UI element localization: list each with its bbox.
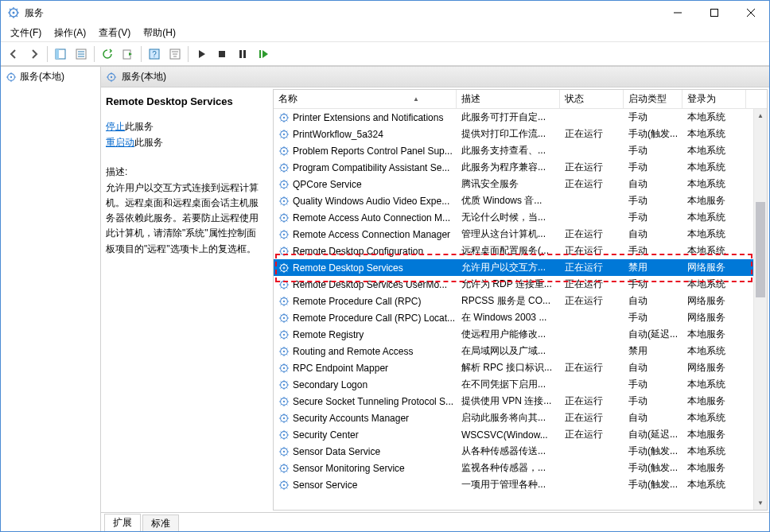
- service-startup: 自动: [624, 411, 682, 425]
- vertical-scrollbar[interactable]: ▲ ▼: [753, 109, 767, 510]
- service-row[interactable]: Routing and Remote Access在局域网以及广域...禁用本地…: [274, 343, 767, 359]
- service-row[interactable]: Remote Procedure Call (RPC) Locat...在 Wi…: [274, 309, 767, 326]
- column-logon-as[interactable]: 登录为: [682, 90, 746, 108]
- service-name: Security Accounts Manager: [293, 413, 409, 424]
- stop-suffix: 此服务: [125, 121, 154, 132]
- service-name: Printer Extensions and Notifications: [293, 112, 443, 123]
- service-name-cell: Sensor Service: [274, 480, 457, 491]
- service-row[interactable]: Sensor Data Service从各种传感器传送...手动(触发...本地…: [274, 443, 767, 460]
- service-name-cell: QPCore Service: [274, 179, 457, 190]
- service-logon: 本地系统: [682, 227, 746, 241]
- stop-service-button[interactable]: [212, 45, 231, 64]
- description-label: 描述:: [106, 165, 265, 179]
- menu-file[interactable]: 文件(F): [4, 25, 48, 41]
- restart-service-button[interactable]: [254, 45, 273, 64]
- services-icon: [6, 72, 17, 83]
- forward-button[interactable]: [25, 45, 44, 64]
- pause-service-button[interactable]: [233, 45, 252, 64]
- back-button[interactable]: [4, 45, 23, 64]
- service-status: 正在运行: [560, 294, 624, 308]
- service-desc: 在不同凭据下启用...: [457, 378, 560, 391]
- column-name[interactable]: 名称▲: [274, 90, 457, 108]
- app-icon: [7, 6, 20, 19]
- service-row[interactable]: Problem Reports Control Panel Sup...此服务支…: [274, 142, 767, 159]
- svg-point-23: [283, 150, 285, 151]
- tree-pane[interactable]: 服务(本地): [1, 67, 101, 531]
- svg-rect-13: [259, 50, 261, 58]
- service-desc: 一项用于管理各种...: [457, 478, 560, 491]
- description-text: 允许用户以交互方式连接到远程计算机。远程桌面和远程桌面会话主机服务器依赖此服务。…: [106, 181, 265, 257]
- show-hide-tree-button[interactable]: [51, 45, 70, 64]
- service-row[interactable]: Secure Socket Tunneling Protocol S...提供使…: [274, 393, 767, 410]
- service-row[interactable]: PrintWorkflow_5a324提供对打印工作流...正在运行手动(触发.…: [274, 126, 767, 142]
- service-startup: 手动(触发...: [624, 461, 682, 475]
- svg-point-43: [283, 316, 285, 318]
- service-desc: 解析 RPC 接口标识...: [457, 361, 560, 375]
- list-body[interactable]: Printer Extensions and Notifications此服务可…: [274, 109, 767, 510]
- service-row[interactable]: Security CenterWSCSVC(Window...正在运行自动(延迟…: [274, 426, 767, 443]
- service-name: RPC Endpoint Mapper: [293, 363, 388, 374]
- filter-button[interactable]: [165, 45, 185, 64]
- service-desc: 提供对打印工作流...: [457, 127, 560, 141]
- start-service-button[interactable]: [192, 45, 211, 64]
- export-button[interactable]: [119, 45, 138, 64]
- service-name-cell: Remote Desktop Services: [274, 262, 457, 274]
- service-row[interactable]: QPCore Service腾讯安全服务正在运行自动本地系统: [274, 176, 767, 192]
- restart-service-link[interactable]: 重启动: [106, 137, 134, 148]
- service-row[interactable]: Quality Windows Audio Video Expe...优质 Wi…: [274, 192, 767, 209]
- service-row[interactable]: Remote Access Auto Connection M...无论什么时候…: [274, 209, 767, 226]
- service-row[interactable]: Program Compatibility Assistant Se...此服务…: [274, 159, 767, 176]
- scroll-down-button[interactable]: ▼: [754, 496, 767, 510]
- service-row[interactable]: Security Accounts Manager启动此服务将向其...正在运行…: [274, 410, 767, 426]
- refresh-button[interactable]: [98, 45, 117, 64]
- service-name: QPCore Service: [293, 179, 362, 190]
- tab-extended[interactable]: 扩展: [104, 514, 141, 531]
- service-name: Remote Desktop Services UserMo...: [293, 279, 447, 290]
- titlebar[interactable]: 服务: [1, 1, 769, 25]
- maximize-button[interactable]: [696, 1, 733, 25]
- service-name: Remote Access Connection Manager: [293, 229, 450, 240]
- service-row[interactable]: Secondary Logon在不同凭据下启用...手动本地系统: [274, 376, 767, 393]
- service-row[interactable]: Remote Desktop Configuration远程桌面配置服务(...…: [274, 243, 767, 259]
- svg-text:?: ?: [152, 50, 157, 59]
- help-button[interactable]: ?: [145, 45, 164, 64]
- service-name-cell: RPC Endpoint Mapper: [274, 363, 457, 374]
- close-button[interactable]: [733, 1, 769, 25]
- service-row[interactable]: Remote Desktop Services允许用户以交互方...正在运行禁用…: [274, 259, 767, 276]
- restart-suffix: 此服务: [134, 137, 163, 148]
- stop-service-link[interactable]: 停止: [106, 121, 125, 132]
- scrollbar-track[interactable]: [754, 122, 767, 496]
- gear-icon: [278, 212, 290, 223]
- menu-action[interactable]: 操作(A): [48, 25, 92, 41]
- service-name: Secondary Logon: [293, 379, 368, 390]
- service-name-cell: Remote Access Connection Manager: [274, 229, 457, 240]
- service-row[interactable]: RPC Endpoint Mapper解析 RPC 接口标识...正在运行自动网…: [274, 359, 767, 376]
- service-startup: 自动: [624, 177, 682, 191]
- properties-button[interactable]: [72, 45, 91, 64]
- column-startup-type[interactable]: 启动类型: [624, 90, 682, 108]
- column-status[interactable]: 状态: [560, 90, 624, 108]
- service-row[interactable]: Printer Extensions and Notifications此服务可…: [274, 109, 767, 126]
- service-name-cell: Printer Extensions and Notifications: [274, 112, 457, 123]
- menu-help[interactable]: 帮助(H): [137, 25, 182, 41]
- svg-point-31: [283, 216, 285, 218]
- service-logon: 本地系统: [682, 344, 746, 358]
- gear-icon: [278, 346, 290, 357]
- service-row[interactable]: Sensor Monitoring Service监视各种传感器，...手动(触…: [274, 460, 767, 476]
- service-row[interactable]: Sensor Service一项用于管理各种...手动(触发...本地系统: [274, 476, 767, 493]
- column-description[interactable]: 描述: [457, 90, 560, 108]
- gear-icon: [278, 179, 290, 190]
- service-row[interactable]: Remote Access Connection Manager管理从这台计算机…: [274, 226, 767, 243]
- tree-root-item[interactable]: 服务(本地): [1, 67, 100, 87]
- service-row[interactable]: Remote Procedure Call (RPC)RPCSS 服务是 CO.…: [274, 293, 767, 309]
- scroll-up-button[interactable]: ▲: [754, 109, 767, 122]
- service-name-cell: PrintWorkflow_5a324: [274, 129, 457, 140]
- svg-rect-11: [239, 50, 242, 58]
- scrollbar-thumb[interactable]: [756, 202, 765, 297]
- menu-view[interactable]: 查看(V): [92, 25, 137, 41]
- service-row[interactable]: Remote Registry使远程用户能修改...自动(延迟...本地服务: [274, 326, 767, 343]
- service-name: Secure Socket Tunneling Protocol S...: [293, 396, 453, 407]
- tab-standard[interactable]: 标准: [142, 515, 179, 531]
- service-row[interactable]: Remote Desktop Services UserMo...允许为 RDP…: [274, 276, 767, 293]
- minimize-button[interactable]: [659, 1, 696, 25]
